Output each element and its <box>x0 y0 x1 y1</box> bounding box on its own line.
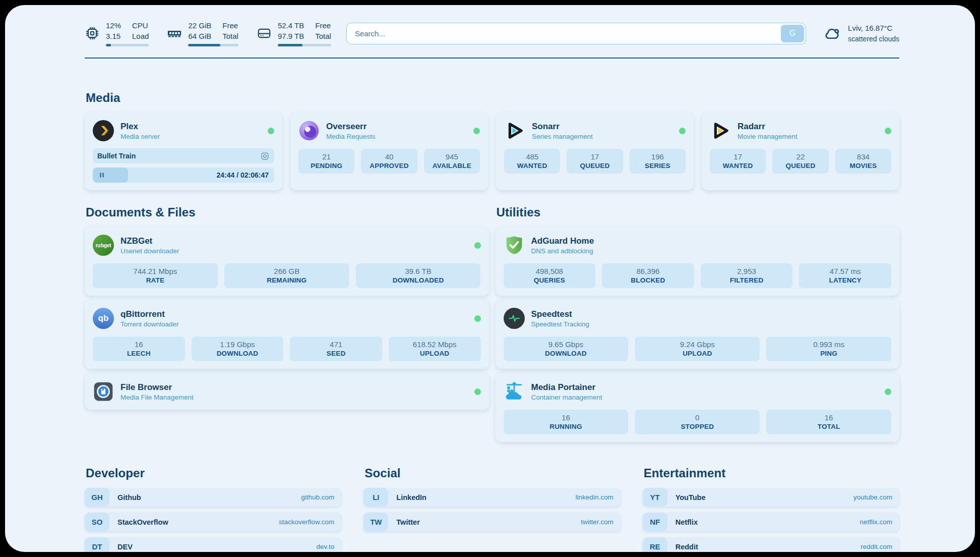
bookmark-linkedin[interactable]: LI LinkedIn linkedin.com <box>363 488 620 507</box>
stat-pill: 86,396BLOCKED <box>602 263 694 288</box>
cpu-usage-label: CPU <box>132 20 149 31</box>
stat-pill: 39.6 TBDOWNLOADED <box>356 263 481 288</box>
app-name: NZBGet <box>120 236 179 246</box>
search-engine-button[interactable]: G <box>781 25 804 42</box>
stat-pill: 16LEECH <box>93 337 185 361</box>
search-input[interactable] <box>346 23 806 44</box>
cpu-progress-bar <box>106 44 149 46</box>
bookmark-url: netflix.com <box>860 518 892 526</box>
bookmark-youtube[interactable]: YT YouTube youtube.com <box>643 488 899 507</box>
system-stats: 12% 3.15 CPU Load <box>85 20 331 46</box>
section-developer: Developer GH Github github.com SO StackO… <box>85 466 341 552</box>
header-bar: 12% 3.15 CPU Load <box>85 20 899 46</box>
bookmark-stackoverflow[interactable]: SO StackOverflow stackoverflow.com <box>85 513 341 531</box>
stat-pill: 485WANTED <box>504 149 560 174</box>
bookmark-reddit[interactable]: RE Reddit reddit.com <box>643 537 899 552</box>
entertainment-section-title: Entertainment <box>644 466 899 480</box>
search-bar: G <box>346 23 806 44</box>
app-name: Plex <box>120 122 160 132</box>
status-online-dot <box>268 128 274 134</box>
now-playing-row: Bullet Train <box>93 148 274 163</box>
playback-time: 24:44 / 02:06:47 <box>216 171 274 179</box>
app-card-speedtest[interactable]: Speedtest Speedtest Tracking 9.65 GbpsDO… <box>496 300 900 369</box>
radarr-icon <box>710 120 731 141</box>
weather-summary: Lviv, 16.87°C <box>848 23 899 34</box>
bookmark-url: reddit.com <box>861 543 892 550</box>
disk-free-value: 52.4 TB <box>278 20 304 31</box>
ram-total-label: Total <box>222 31 238 41</box>
cpu-stat: 12% 3.15 CPU Load <box>85 20 149 46</box>
app-card-qbittorrent[interactable]: qb qBittorrent Torrent downloader 16LEEC… <box>85 300 489 369</box>
bookmark-twitter[interactable]: TW Twitter twitter.com <box>363 513 620 531</box>
status-online-dot <box>885 388 891 395</box>
ram-free-label: Free <box>222 20 238 31</box>
app-name: Radarr <box>738 122 798 132</box>
section-media: Media Plex <box>85 91 899 190</box>
disk-total-value: 97.9 TB <box>278 31 304 41</box>
bookmark-github[interactable]: GH Github github.com <box>85 488 341 507</box>
weather-widget: Lviv, 16.87°C scattered clouds <box>823 23 899 44</box>
bookmark-name: Github <box>117 493 141 502</box>
bookmark-abbr: RE <box>643 537 667 552</box>
plex-icon <box>93 120 114 141</box>
utilities-section-title: Utilities <box>497 205 900 219</box>
app-card-radarr[interactable]: Radarr Movie management 17WANTED 22QUEUE… <box>702 113 899 190</box>
disk-total-label: Total <box>315 31 331 41</box>
bookmark-name: DEV <box>117 543 133 551</box>
cpu-usage-value: 12% <box>106 20 121 31</box>
disk-free-label: Free <box>315 20 331 31</box>
camera-icon[interactable] <box>260 151 270 161</box>
ram-progress-bar <box>188 44 238 46</box>
stat-pill: 21PENDING <box>298 149 354 174</box>
section-entertainment: Entertainment YT YouTube youtube.com NF … <box>643 466 899 552</box>
stat-pill: 17WANTED <box>710 149 766 174</box>
app-description: Container management <box>531 394 602 401</box>
app-description: Torrent downloader <box>120 320 179 328</box>
app-card-sonarr[interactable]: Sonarr Series management 485WANTED 17QUE… <box>496 113 694 190</box>
status-online-dot <box>474 388 481 395</box>
developer-section-title: Developer <box>86 466 341 480</box>
speedtest-icon <box>504 308 525 329</box>
weather-condition: scattered clouds <box>848 34 899 44</box>
portainer-icon <box>504 381 525 402</box>
stat-pill: 2,953FILTERED <box>701 263 793 288</box>
app-card-nzbget[interactable]: nzbget NZBGet Usenet downloader 744.21 M… <box>85 227 489 296</box>
bookmark-abbr: LI <box>363 488 388 507</box>
status-online-dot <box>474 315 481 322</box>
app-name: Media Portainer <box>531 382 602 393</box>
bookmark-url: twitter.com <box>581 518 614 526</box>
stat-pill: 196SERIES <box>630 149 686 174</box>
pause-icon[interactable] <box>97 171 106 180</box>
app-card-overseerr[interactable]: Overseerr Media Requests 21PENDING 40APP… <box>290 113 488 190</box>
bookmark-url: github.com <box>301 493 334 501</box>
bookmark-abbr: GH <box>85 488 109 507</box>
app-card-portainer[interactable]: Media Portainer Container management 16R… <box>496 373 900 442</box>
bookmark-name: Twitter <box>396 518 419 526</box>
bookmark-netflix[interactable]: NF Netflix netflix.com <box>643 513 899 531</box>
app-card-adguard[interactable]: AdGuard Home DNS and adblocking 498,508Q… <box>496 227 900 296</box>
now-playing-title: Bullet Train <box>97 152 136 160</box>
app-description: DNS and adblocking <box>531 247 594 255</box>
bookmark-name: Reddit <box>676 543 698 551</box>
filebrowser-icon <box>93 381 114 402</box>
app-description: Media Requests <box>326 133 376 140</box>
app-name: AdGuard Home <box>531 236 594 246</box>
app-card-plex[interactable]: Plex Media server Bullet Train <box>85 113 282 190</box>
app-description: Series management <box>532 133 593 140</box>
app-name: qBittorrent <box>120 309 179 319</box>
app-description: Media File Management <box>120 394 194 401</box>
social-section-title: Social <box>364 466 620 480</box>
app-card-filebrowser[interactable]: File Browser Media File Management <box>85 373 489 410</box>
cloud-icon <box>823 24 841 42</box>
bookmark-dev[interactable]: DT DEV dev.to <box>85 537 341 552</box>
bookmark-url: linkedin.com <box>576 493 614 501</box>
app-name: Speedtest <box>531 309 590 319</box>
bookmark-url: stackoverflow.com <box>279 518 334 526</box>
stat-pill: 40APPROVED <box>361 149 417 174</box>
status-online-dot <box>474 242 481 249</box>
section-documents: Documents & Files nzbget NZBGet Usenet d… <box>85 205 489 410</box>
status-online-dot <box>679 128 686 134</box>
sonarr-icon <box>504 120 525 141</box>
stat-pill: 0STOPPED <box>635 410 760 434</box>
cpu-load-value: 3.15 <box>106 31 121 41</box>
